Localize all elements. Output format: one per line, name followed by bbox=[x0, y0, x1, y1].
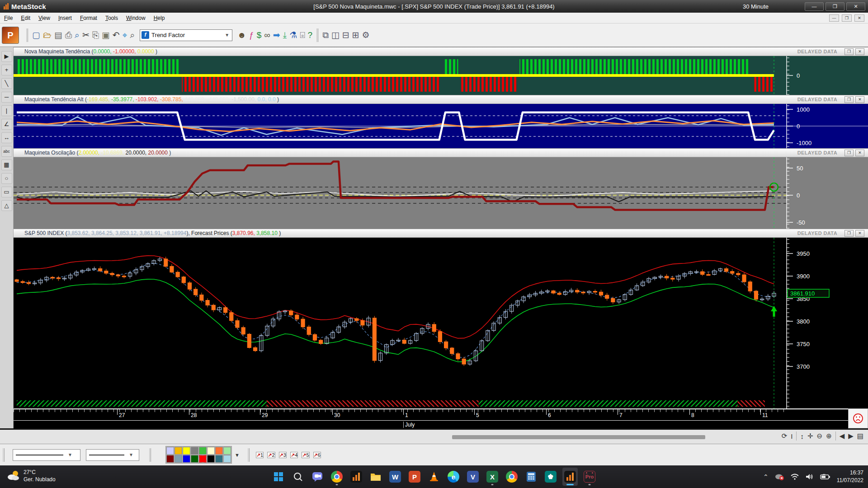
taskbar-chrome-profile[interactable] bbox=[329, 468, 344, 486]
panel-body-tendencia-alt[interactable]: 10000-1000 bbox=[14, 104, 868, 148]
system-tester-icon[interactable]: ⚗ bbox=[289, 30, 297, 40]
tile-grid-icon[interactable]: ⊞ bbox=[352, 30, 359, 40]
help-icon[interactable]: ? bbox=[308, 30, 313, 40]
color-swatch[interactable] bbox=[223, 455, 231, 463]
chart-template-button-2[interactable]: ↗2 bbox=[267, 452, 275, 458]
taskbar-pro[interactable]: Pro bbox=[582, 468, 597, 486]
trendline-tool[interactable]: ╲ bbox=[1, 78, 12, 89]
refresh-button[interactable]: ⟳ bbox=[782, 432, 788, 440]
taskbar-chess[interactable]: ♚ bbox=[543, 468, 558, 486]
color-swatch[interactable] bbox=[183, 447, 190, 455]
panel-restore-button[interactable]: ❐ bbox=[844, 48, 854, 55]
chart-template-button-3[interactable]: ↗3 bbox=[279, 452, 287, 458]
data-window-button[interactable]: ▤ bbox=[857, 432, 863, 440]
chart-template-button-5[interactable]: ↗5 bbox=[302, 452, 309, 458]
color-swatch[interactable] bbox=[191, 455, 198, 463]
color-swatch[interactable] bbox=[175, 447, 182, 455]
crosshair-icon[interactable]: ⌖ bbox=[123, 30, 127, 40]
toolbar-grip[interactable] bbox=[26, 28, 28, 42]
menu-file[interactable]: File bbox=[0, 13, 17, 23]
ellipse-tool[interactable]: ○ bbox=[1, 173, 12, 184]
onedrive-error-icon[interactable] bbox=[774, 473, 784, 481]
panel-close-button[interactable]: ✕ bbox=[855, 150, 864, 156]
taskbar-metastock-active[interactable] bbox=[562, 468, 578, 486]
explorer-icon[interactable]: ☻ bbox=[237, 30, 246, 40]
horizontal-line-tool[interactable]: ─ bbox=[1, 92, 12, 103]
rectangle-tool[interactable]: ▭ bbox=[1, 187, 12, 197]
color-swatch[interactable] bbox=[166, 447, 174, 455]
chart-template-button-4[interactable]: ↗4 bbox=[290, 452, 298, 458]
owl-status-tab[interactable] bbox=[848, 408, 868, 428]
color-swatch[interactable] bbox=[166, 455, 174, 463]
new-chart-icon[interactable]: ▢ bbox=[32, 30, 40, 40]
chart-template-button-1[interactable]: ↗1 bbox=[256, 452, 264, 458]
scan-icon[interactable]: ∞ bbox=[264, 30, 270, 40]
wifi-icon[interactable] bbox=[790, 473, 799, 480]
taskbar-search-button[interactable] bbox=[290, 468, 306, 486]
report-icon[interactable]: ⌻ bbox=[300, 30, 305, 40]
maximize-button[interactable]: ❐ bbox=[826, 2, 844, 11]
pointer-tool[interactable]: ▶ bbox=[1, 51, 12, 62]
triangle-tool[interactable]: △ bbox=[1, 200, 12, 211]
panel-restore-button[interactable]: ❐ bbox=[844, 150, 854, 156]
child-close-button[interactable]: ✕ bbox=[854, 14, 864, 22]
zoom-icon[interactable]: ⌕ bbox=[130, 30, 135, 40]
taskbar-vlc[interactable] bbox=[426, 468, 442, 486]
cursor-mode-button[interactable]: I bbox=[791, 432, 793, 440]
indicator-builder-icon[interactable]: ƒ bbox=[249, 30, 254, 40]
save-icon[interactable]: ▤ bbox=[54, 30, 62, 40]
taskbar-powerpoint[interactable]: P bbox=[407, 468, 422, 486]
undo-icon[interactable]: ↶ bbox=[113, 30, 120, 40]
pan-button[interactable]: ✛ bbox=[807, 432, 813, 440]
tile-horizontal-icon[interactable]: ⊟ bbox=[342, 30, 349, 40]
expert-advisor-icon[interactable]: $ bbox=[257, 30, 262, 40]
color-swatch[interactable] bbox=[223, 447, 231, 455]
panel-restore-button[interactable]: ❐ bbox=[844, 96, 854, 103]
tile-vertical-icon[interactable]: ◫ bbox=[331, 30, 340, 40]
taskbar-calculator[interactable] bbox=[524, 468, 539, 486]
panel-close-button[interactable]: ✕ bbox=[855, 230, 864, 237]
taskbar-excel[interactable]: X bbox=[485, 468, 500, 486]
close-button[interactable]: ✕ bbox=[846, 2, 865, 11]
color-swatch[interactable] bbox=[215, 447, 223, 455]
menu-format[interactable]: Format bbox=[76, 13, 101, 23]
crosshair-tool[interactable]: + bbox=[1, 65, 12, 75]
zoom-in-button[interactable]: ⊕ bbox=[826, 432, 832, 440]
color-swatch[interactable] bbox=[175, 455, 182, 463]
panel-close-button[interactable]: ✕ bbox=[855, 96, 864, 103]
panel-body-oscilacao[interactable]: 500-50 bbox=[14, 157, 868, 229]
preview-icon[interactable]: ⌕ bbox=[75, 30, 80, 40]
palette-dropdown-icon[interactable]: ▼ bbox=[235, 452, 240, 458]
minimize-button[interactable]: — bbox=[805, 2, 824, 11]
color-swatch[interactable] bbox=[199, 455, 207, 463]
taskbar-chat-button[interactable] bbox=[310, 468, 325, 486]
toolbar-grip[interactable] bbox=[149, 448, 151, 462]
cascade-windows-icon[interactable]: ⧉ bbox=[322, 30, 329, 40]
menu-tools[interactable]: Tools bbox=[101, 13, 122, 23]
battery-icon[interactable] bbox=[820, 474, 831, 480]
copy-icon[interactable]: ⎘ bbox=[92, 30, 99, 40]
grid-tool[interactable]: ▦ bbox=[1, 160, 12, 170]
weather-widget[interactable]: 27°C Ger. Nublado bbox=[6, 469, 56, 483]
open-icon[interactable]: 🗁 bbox=[43, 30, 52, 40]
menu-help[interactable]: Help bbox=[150, 13, 169, 23]
taskbar-metastock[interactable] bbox=[349, 468, 364, 486]
angle-tool[interactable]: ∠ bbox=[1, 119, 12, 130]
menu-insert[interactable]: Insert bbox=[54, 13, 76, 23]
color-swatch[interactable] bbox=[183, 455, 190, 463]
clock[interactable]: 16:37 11/07/2022 bbox=[837, 469, 863, 484]
color-swatch[interactable] bbox=[215, 455, 223, 463]
horizontal-scrollbar[interactable] bbox=[452, 435, 705, 439]
taskbar-chrome[interactable] bbox=[504, 468, 519, 486]
child-restore-button[interactable]: ❐ bbox=[842, 14, 852, 22]
zoom-out-button[interactable]: ⊖ bbox=[817, 432, 823, 440]
line-weight-select[interactable]: ▼ bbox=[86, 449, 139, 461]
panel-close-button[interactable]: ✕ bbox=[855, 48, 864, 55]
volume-icon[interactable] bbox=[805, 473, 814, 480]
forecast-icon[interactable]: ➡ bbox=[273, 30, 280, 40]
taskbar-start-button[interactable] bbox=[271, 468, 286, 486]
scroll-arrows-tool[interactable]: ↔ bbox=[1, 132, 12, 143]
trend-factor-combobox[interactable]: f Trend Factor ▼ bbox=[140, 29, 232, 41]
menu-window[interactable]: Window bbox=[122, 13, 150, 23]
text-tool[interactable]: abc bbox=[1, 146, 12, 157]
